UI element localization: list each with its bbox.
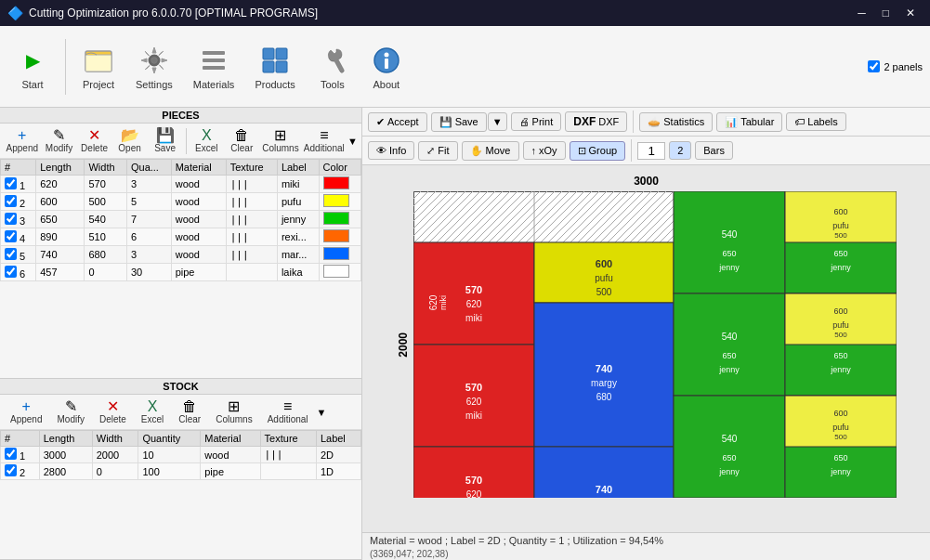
products-button[interactable]: Products bbox=[246, 39, 303, 95]
bar-1-input[interactable] bbox=[637, 142, 665, 160]
panels-checkbox[interactable] bbox=[868, 60, 880, 72]
cutting-diagram[interactable]: 570 620 miki 600 pufu 500 540 6 bbox=[413, 191, 897, 498]
cell-material: wood bbox=[171, 176, 226, 193]
cell-color bbox=[319, 176, 360, 193]
panels-check[interactable]: 2 panels bbox=[868, 60, 923, 72]
row-checkbox[interactable] bbox=[5, 448, 17, 460]
table-row[interactable]: 4 890 510 6 wood ||| rexi... bbox=[1, 228, 361, 246]
pieces-section: PIECES + Append ✎ Modify ✕ Delete 📂 Open bbox=[0, 108, 361, 379]
stock-delete-button[interactable]: ✕ Delete bbox=[93, 397, 133, 427]
info-button[interactable]: 👁 Info bbox=[368, 141, 414, 160]
delete-icon: ✕ bbox=[88, 128, 100, 143]
save-button[interactable]: 💾 Save bbox=[431, 112, 487, 132]
svg-text:pufu: pufu bbox=[832, 221, 849, 230]
scol-texture: Texture bbox=[260, 431, 316, 447]
project-button[interactable]: Project bbox=[73, 39, 124, 95]
start-button[interactable]: ▶ Start bbox=[7, 39, 58, 95]
labels-button[interactable]: 🏷 Labels bbox=[786, 112, 845, 131]
cell-num: 6 bbox=[1, 264, 36, 281]
stock-clear-button[interactable]: 🗑 Clear bbox=[172, 397, 207, 427]
cell-material: pipe bbox=[171, 264, 226, 281]
pieces-additional-button[interactable]: ≡ Additional bbox=[303, 125, 347, 156]
cell-width: 0 bbox=[85, 264, 126, 281]
pieces-excel-button[interactable]: X Excel bbox=[190, 125, 223, 156]
print-button[interactable]: 🖨 Print bbox=[511, 112, 562, 131]
stock-append-button[interactable]: + Append bbox=[4, 397, 48, 427]
svg-text:620: 620 bbox=[465, 299, 481, 309]
save-dropdown-button[interactable]: ▼ bbox=[488, 112, 507, 131]
cell-material: pipe bbox=[201, 463, 260, 480]
stock-table-container: # Length Width Quantity Material Texture… bbox=[0, 430, 361, 559]
svg-text:500: 500 bbox=[596, 287, 611, 297]
products-icon bbox=[258, 44, 292, 77]
svg-rect-9 bbox=[276, 48, 287, 59]
move-button[interactable]: ✋ Move bbox=[462, 141, 519, 161]
cell-width: 0 bbox=[92, 463, 138, 480]
cell-length: 890 bbox=[36, 228, 85, 246]
minimize-button[interactable]: ─ bbox=[850, 5, 873, 21]
pieces-clear-button[interactable]: 🗑 Clear bbox=[225, 125, 258, 156]
svg-text:570: 570 bbox=[465, 382, 481, 393]
cell-qty: 10 bbox=[138, 447, 201, 463]
stock-additional-button[interactable]: ≡ Additional bbox=[261, 397, 315, 427]
cell-width: 500 bbox=[85, 193, 126, 211]
row-checkbox[interactable] bbox=[5, 266, 17, 278]
stock-modify-button[interactable]: ✎ Modify bbox=[50, 397, 90, 427]
cell-material: wood bbox=[201, 447, 260, 463]
pieces-title: PIECES bbox=[0, 108, 361, 124]
svg-rect-39 bbox=[413, 345, 534, 447]
tools-button[interactable]: Tools bbox=[308, 39, 358, 95]
pieces-save-button[interactable]: 💾 Save bbox=[149, 125, 182, 156]
settings-button[interactable]: Settings bbox=[127, 39, 181, 95]
dropdown-arrow[interactable]: ▼ bbox=[347, 136, 358, 147]
pieces-open-button[interactable]: 📂 Open bbox=[113, 125, 147, 156]
dxf-button[interactable]: DXF DXF bbox=[565, 111, 627, 132]
tabular-button[interactable]: 📊 Tabular bbox=[716, 112, 782, 132]
row-checkbox[interactable] bbox=[5, 195, 17, 207]
stock-columns-button[interactable]: ⊞ Columns bbox=[209, 397, 258, 427]
row-checkbox[interactable] bbox=[5, 213, 17, 225]
pieces-delete-button[interactable]: ✕ Delete bbox=[78, 125, 111, 156]
cell-texture bbox=[226, 264, 277, 281]
pieces-append-button[interactable]: + Append bbox=[4, 125, 41, 156]
row-checkbox[interactable] bbox=[5, 230, 17, 242]
bar-2-tab[interactable]: 2 bbox=[669, 141, 691, 160]
col-check: # bbox=[1, 160, 36, 176]
maximize-button[interactable]: □ bbox=[875, 5, 897, 21]
pieces-modify-button[interactable]: ✎ Modify bbox=[43, 125, 76, 156]
table-row[interactable]: 1 3000 2000 10 wood ||| 2D bbox=[1, 447, 361, 463]
pieces-columns-button[interactable]: ⊞ Columns bbox=[260, 125, 300, 156]
materials-button[interactable]: Materials bbox=[185, 39, 243, 95]
excel-icon: X bbox=[202, 128, 212, 143]
svg-text:miki: miki bbox=[465, 313, 482, 323]
main-content: PIECES + Append ✎ Modify ✕ Delete 📂 Open bbox=[0, 108, 930, 560]
cell-label: pufu bbox=[277, 193, 319, 211]
svg-text:margy: margy bbox=[591, 378, 617, 388]
about-button[interactable]: About bbox=[361, 39, 412, 95]
group-button[interactable]: ⊡ Group bbox=[570, 141, 626, 161]
stock-dropdown-arrow[interactable]: ▼ bbox=[317, 407, 327, 418]
table-row[interactable]: 1 620 570 3 wood ||| miki bbox=[1, 176, 361, 193]
col-qty: Qua... bbox=[126, 160, 171, 176]
fit-button[interactable]: ⤢ Fit bbox=[418, 141, 457, 161]
xoy-button[interactable]: ↑ xOy bbox=[523, 141, 566, 160]
table-row[interactable]: 5 740 680 3 wood ||| mar... bbox=[1, 246, 361, 264]
row-checkbox[interactable] bbox=[5, 248, 17, 260]
row-checkbox[interactable] bbox=[5, 177, 17, 189]
stock-excel-button[interactable]: X Excel bbox=[135, 397, 170, 427]
row-checkbox[interactable] bbox=[5, 464, 17, 476]
accept-button[interactable]: ✔ Accept bbox=[368, 112, 427, 132]
svg-rect-7 bbox=[203, 66, 225, 70]
table-row[interactable]: 2 600 500 5 wood ||| pufu bbox=[1, 193, 361, 211]
svg-text:650: 650 bbox=[833, 453, 847, 462]
table-row[interactable]: 6 457 0 30 pipe laika bbox=[1, 264, 361, 281]
cell-width: 2000 bbox=[92, 447, 138, 463]
close-button[interactable]: ✕ bbox=[898, 5, 923, 21]
table-row[interactable]: 2 2800 0 100 pipe 1D bbox=[1, 463, 361, 480]
cell-num: 1 bbox=[1, 447, 40, 463]
table-row[interactable]: 3 650 540 7 wood ||| jenny bbox=[1, 211, 361, 228]
bars-button[interactable]: Bars bbox=[695, 141, 733, 160]
right-toolbar-2: 👁 Info ⤢ Fit ✋ Move ↑ xOy ⊡ Group 2 Ba bbox=[362, 137, 930, 165]
statistics-button[interactable]: 🥧 Statistics bbox=[639, 112, 713, 132]
cell-material: wood bbox=[171, 246, 226, 264]
